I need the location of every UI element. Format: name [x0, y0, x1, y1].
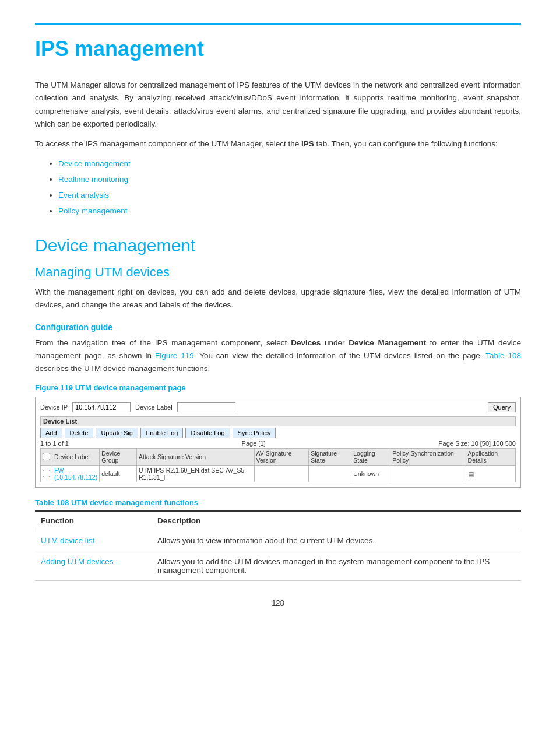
section-device-management-title: Device management — [35, 236, 521, 256]
device-list-header: Device List — [40, 416, 516, 426]
intro-paragraph: The UTM Manager allows for centralized m… — [35, 79, 521, 131]
functions-list: Device management Realtime monitoring Ev… — [58, 158, 521, 218]
pagination-left: 1 to 1 of 1 — [40, 440, 69, 447]
pagination-right: Page Size: 10 [50] 100 500 — [438, 440, 516, 447]
table-row: Adding UTM devices Allows you to add the… — [35, 551, 521, 581]
row-sig-state — [309, 466, 351, 482]
realtime-monitoring-link[interactable]: Realtime monitoring — [58, 175, 128, 184]
col-logging-state: Logging State — [351, 449, 390, 466]
list-item: Device management — [58, 158, 521, 171]
figure-119-link[interactable]: Figure 119 — [155, 351, 194, 360]
device-management-link[interactable]: Device management — [58, 159, 131, 168]
col-app-details: Application Details — [466, 449, 515, 466]
config-guide-heading: Configuration guide — [35, 323, 521, 332]
description-cell: Allows you to view information about the… — [152, 530, 521, 551]
row-select-checkbox[interactable] — [43, 470, 50, 477]
col-policy-sync: Policy Synchronization Policy — [390, 449, 466, 466]
event-analysis-link[interactable]: Event analysis — [58, 191, 109, 200]
devices-bold: Devices — [291, 338, 321, 347]
config-text-1: From the navigation tree of the IPS mana… — [35, 338, 291, 347]
figure-119-caption: Figure 119 UTM device management page — [35, 383, 521, 392]
config-text-3: . You can view the detailed information … — [194, 351, 486, 360]
table-row: UTM device list Allows you to view infor… — [35, 530, 521, 551]
row-av-sig — [254, 466, 309, 482]
list-item: Realtime monitoring — [58, 173, 521, 187]
fw-device-link[interactable]: FW(10.154.78.112) — [54, 467, 97, 481]
row-checkbox — [41, 466, 52, 482]
query-button[interactable]: Query — [488, 402, 516, 412]
update-sig-button[interactable]: Update Sig — [96, 428, 138, 438]
col-attack-sig: Attack Signature Version — [136, 449, 254, 466]
device-ip-label: Device IP — [40, 404, 68, 411]
table-108-link[interactable]: Table 108 — [485, 351, 521, 360]
col-device-group: Device Group — [100, 449, 137, 466]
device-table: Device Label Device Group Attack Signatu… — [40, 448, 516, 482]
config-guide-text: From the navigation tree of the IPS mana… — [35, 337, 521, 376]
col-checkbox — [41, 449, 52, 466]
device-ip-input[interactable] — [72, 402, 131, 412]
delete-button[interactable]: Delete — [65, 428, 94, 438]
page-title: IPS management — [35, 37, 521, 61]
page-container: IPS management The UTM Manager allows fo… — [0, 0, 556, 642]
list-item: Policy management — [58, 205, 521, 218]
table-row: FW(10.154.78.112) default UTM-IPS-R2.1.6… — [41, 466, 516, 482]
row-device-label: FW(10.154.78.112) — [52, 466, 100, 482]
pagination-mid: Page [1] — [242, 440, 266, 447]
pagination-row: 1 to 1 of 1 Page [1] Page Size: 10 [50] … — [40, 440, 516, 447]
list-item: Event analysis — [58, 189, 521, 202]
col-device-label: Device Label — [52, 449, 100, 466]
adding-utm-devices-link[interactable]: Adding UTM devices — [41, 557, 114, 566]
enable-log-button[interactable]: Enable Log — [140, 428, 184, 438]
row-logging-state: Unknown — [351, 466, 390, 482]
row-device-group: default — [100, 466, 137, 482]
config-text-4: describes the UTM device management func… — [35, 364, 210, 373]
device-management-bold: Device Management — [349, 338, 426, 347]
device-label-input[interactable] — [177, 402, 235, 412]
th-function: Function — [35, 511, 152, 530]
th-description: Description — [152, 511, 521, 530]
col-sig-state: Signature State — [309, 449, 351, 466]
config-text-mid: under — [321, 338, 349, 347]
row-policy-sync — [390, 466, 466, 482]
table-108-caption: Table 108 UTM device management function… — [35, 498, 521, 507]
description-cell: Allows you to add the UTM devices manage… — [152, 551, 521, 581]
add-button[interactable]: Add — [40, 428, 62, 438]
sync-policy-button[interactable]: Sync Policy — [233, 428, 276, 438]
access-text-prefix: To access the IPS management component o… — [35, 139, 301, 148]
managing-utm-body: With the management right on devices, yo… — [35, 286, 521, 312]
access-text-suffix: tab. Then, you can configure the followi… — [314, 139, 498, 148]
row-attack-sig: UTM-IPS-R2.1.60_EN.dat SEC-AV_S5-R1.1.31… — [136, 466, 254, 482]
access-paragraph: To access the IPS management component o… — [35, 138, 521, 150]
page-number: 128 — [35, 598, 521, 607]
col-av-sig: AV Signature Version — [254, 449, 309, 466]
policy-management-link[interactable]: Policy management — [58, 206, 128, 215]
figure-119: Device IP Device Label Query Device List… — [35, 397, 521, 488]
top-rule — [35, 23, 521, 25]
function-cell: Adding UTM devices — [35, 551, 152, 581]
select-all-checkbox[interactable] — [43, 453, 50, 460]
subsection-managing-utm-title: Managing UTM devices — [35, 265, 521, 280]
utm-device-list-link[interactable]: UTM device list — [41, 536, 94, 545]
row-app-details: ▤ — [466, 466, 515, 482]
table-108: Function Description UTM device list All… — [35, 510, 521, 581]
function-cell: UTM device list — [35, 530, 152, 551]
disable-log-button[interactable]: Disable Log — [185, 428, 230, 438]
ips-tab-label: IPS — [301, 139, 314, 148]
device-label-label: Device Label — [135, 404, 173, 411]
